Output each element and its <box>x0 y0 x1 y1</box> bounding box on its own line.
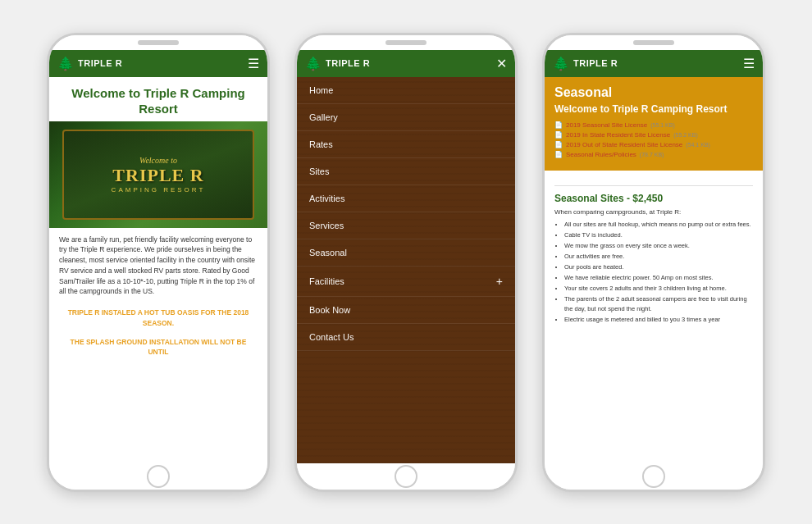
logo-text-1: TRIPLE R <box>78 58 122 68</box>
logo-tree-icon-2: 🌲 <box>305 56 322 71</box>
phone-bottom-bar-1 <box>49 463 267 490</box>
home-content: Welcome to Triple R Camping Resort Welco… <box>49 77 267 463</box>
bullet-0: All our sites are full hookup, which mea… <box>564 220 753 230</box>
menu-label-sites: Sites <box>309 166 329 176</box>
menu-label-gallery: Gallery <box>309 112 338 122</box>
phone-bottom-bar-3 <box>545 463 763 490</box>
bullet-4: Our pools are heated. <box>564 262 753 272</box>
facilities-expand-icon[interactable]: + <box>496 275 503 288</box>
file-size-3: (78.7 KB) <box>640 152 664 157</box>
phone-screen-2: 🌲 TRIPLE R ✕ Home Gallery Rates Sites Ac… <box>297 50 515 463</box>
file-size-1: (55.2 KB) <box>673 132 698 138</box>
header-3: 🌲 TRIPLE R ☰ <box>545 50 763 77</box>
bullet-7: The parents of the 2 adult seasonal camp… <box>564 294 753 314</box>
menu-label-booknow: Book Now <box>309 305 350 315</box>
bullet-2: We mow the grass on every site once a we… <box>564 241 753 251</box>
file-size-0: (55.1 KB) <box>650 122 675 128</box>
file-link-0[interactable]: 📄 2019 Seasonal Site License (55.1 KB) <box>554 121 753 129</box>
phone-home-button-3[interactable] <box>642 465 665 488</box>
menu-item-contact[interactable]: Contact Us <box>297 324 515 351</box>
menu-label-home: Home <box>309 85 333 95</box>
bullet-8: Electric usage is metered and billed to … <box>564 315 753 325</box>
phone-speaker-3 <box>633 40 674 45</box>
logo-tree-icon-1: 🌲 <box>57 56 74 71</box>
bullet-3: Our activities are free. <box>564 252 753 262</box>
menu-list: Home Gallery Rates Sites Activities Serv… <box>297 77 515 463</box>
seasonal-content: Seasonal Welcome to Triple R Camping Res… <box>545 77 763 463</box>
file-link-2[interactable]: 📄 2019 Out of State Resident Site Licens… <box>554 141 753 148</box>
logo-tree-icon-3: 🌲 <box>553 56 569 71</box>
seasonal-hero-title: Seasonal <box>554 85 753 100</box>
menu-label-activities: Activities <box>309 194 344 203</box>
hamburger-icon-3[interactable]: ☰ <box>743 56 755 71</box>
logo-3: 🌲 TRIPLE R <box>553 56 618 71</box>
divider <box>554 185 753 186</box>
seasonal-bullet-list: All our sites are full hookup, which mea… <box>554 220 753 325</box>
pdf-icon-0: 📄 <box>554 121 563 129</box>
file-name-0: 2019 Seasonal Site License <box>566 121 647 129</box>
menu-label-rates: Rates <box>309 139 333 149</box>
close-icon-menu[interactable]: ✕ <box>496 56 507 71</box>
menu-label-contact: Contact Us <box>309 332 354 342</box>
file-size-2: (54.1 KB) <box>686 142 710 148</box>
bullet-5: We have reliable electric power. 50 Amp … <box>564 273 753 283</box>
phone-top-bar-1 <box>49 35 267 50</box>
phone-speaker-1 <box>138 40 179 45</box>
menu-item-seasonal[interactable]: Seasonal <box>297 239 515 267</box>
seasonal-hero: Seasonal Welcome to Triple R Camping Res… <box>545 77 763 171</box>
menu-item-booknow[interactable]: Book Now <box>297 297 515 324</box>
phone-screen-3: 🌲 TRIPLE R ☰ Seasonal Welcome to Triple … <box>545 50 763 463</box>
file-name-2: 2019 Out of State Resident Site License <box>566 141 682 148</box>
menu-item-sites[interactable]: Sites <box>297 158 515 185</box>
hamburger-icon-1[interactable]: ☰ <box>248 56 259 71</box>
home-body: We are a family run, pet friendly facili… <box>49 228 267 304</box>
welcome-sign: Welcome to TRIPLE R CAMPING RESORT <box>62 130 254 220</box>
home-banner-image: Welcome to TRIPLE R CAMPING RESORT <box>49 121 267 228</box>
phone-screen-1: 🌲 TRIPLE R ☰ Welcome to Triple R Camping… <box>49 50 267 463</box>
pdf-icon-2: 📄 <box>554 141 563 148</box>
menu-item-facilities[interactable]: Facilities + <box>297 267 515 297</box>
sign-triple-r-text: TRIPLE R <box>112 165 203 186</box>
menu-label-seasonal: Seasonal <box>309 248 347 257</box>
phone-seasonal: 🌲 TRIPLE R ☰ Seasonal Welcome to Triple … <box>542 33 765 492</box>
sign-welcome-text: Welcome to <box>139 156 177 165</box>
file-link-1[interactable]: 📄 2019 In State Resident Site License (5… <box>554 131 753 139</box>
pdf-icon-3: 📄 <box>554 151 563 158</box>
pdf-icon-1: 📄 <box>554 131 563 139</box>
logo-1: 🌲 TRIPLE R <box>57 56 122 71</box>
bullet-6: Your site covers 2 adults and their 3 ch… <box>564 284 753 294</box>
logo-2: 🌲 TRIPLE R <box>305 56 370 71</box>
seasonal-hero-subtitle: Welcome to Triple R Camping Resort <box>554 103 753 115</box>
phone-home-button-2[interactable] <box>395 465 417 488</box>
header-1: 🌲 TRIPLE R ☰ <box>49 50 267 77</box>
sign-camping-text: CAMPING RESORT <box>112 186 206 194</box>
phone-speaker-2 <box>385 40 427 45</box>
seasonal-body: Seasonal Sites - $2,450 When comparing c… <box>545 171 763 334</box>
phone-top-bar-2 <box>297 35 515 50</box>
logo-text-2: TRIPLE R <box>326 58 370 68</box>
menu-item-home[interactable]: Home <box>297 77 515 104</box>
menu-item-gallery[interactable]: Gallery <box>297 104 515 131</box>
home-promo-2: THE SPLASH GROUND INSTALLATION WILL NOT … <box>49 333 267 362</box>
file-link-3[interactable]: 📄 Seasonal Rules/Policies (78.7 KB) <box>554 151 753 158</box>
menu-item-activities[interactable]: Activities <box>297 185 515 212</box>
seasonal-section-title: Seasonal Sites - $2,450 <box>554 193 753 204</box>
phone-menu: 🌲 TRIPLE R ✕ Home Gallery Rates Sites Ac… <box>294 33 518 492</box>
phone-home: 🌲 TRIPLE R ☰ Welcome to Triple R Camping… <box>47 33 270 492</box>
file-name-1: 2019 In State Resident Site License <box>566 131 670 139</box>
header-2: 🌲 TRIPLE R ✕ <box>297 50 515 77</box>
logo-text-3: TRIPLE R <box>573 58 618 68</box>
phone-bottom-bar-2 <box>297 463 515 490</box>
phone-home-button-1[interactable] <box>147 465 170 488</box>
home-promo-1: TRIPLE R INSTALED A HOT TUB OASIS FOR TH… <box>49 303 267 333</box>
phone-top-bar-3 <box>545 35 763 50</box>
menu-item-services[interactable]: Services <box>297 212 515 239</box>
bullet-1: Cable TV is included. <box>564 230 753 240</box>
home-title: Welcome to Triple R Camping Resort <box>49 77 267 121</box>
file-name-3: Seasonal Rules/Policies <box>566 151 636 158</box>
menu-item-rates[interactable]: Rates <box>297 131 515 158</box>
menu-label-facilities: Facilities <box>309 276 344 286</box>
seasonal-intro: When comparing campgrounds, at Triple R: <box>554 208 753 216</box>
menu-label-services: Services <box>309 221 344 230</box>
